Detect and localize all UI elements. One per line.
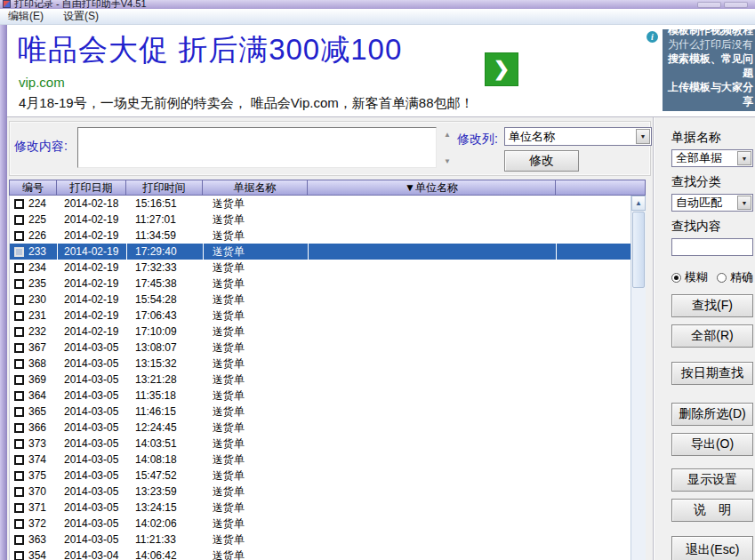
sidebar-button-exit[interactable]: 退出(Esc) [671,536,753,560]
row-checkbox[interactable] [14,295,24,305]
ad-go-button[interactable]: ❯ [485,52,518,86]
table-row[interactable]: 3662014-03-0512:24:45送货单 [10,420,631,436]
row-checkbox[interactable] [14,471,24,481]
spinner-up-icon[interactable]: ▲ [442,131,453,139]
sidebar-button-export[interactable]: 导出(O) [671,433,753,456]
table-cell [309,548,557,560]
menu-item[interactable]: 编辑(E) [8,9,44,24]
modify-content-label: 修改内容: [14,139,68,155]
search-content-label: 查找内容 [671,219,755,235]
table-row[interactable]: 3652014-03-0511:46:15送货单 [10,404,631,420]
row-checkbox[interactable] [14,279,24,289]
table-cell [557,516,631,532]
table-row[interactable]: 2332014-02-1917:29:40送货单 [10,244,631,260]
ad-domain-link[interactable]: vip.com [19,75,65,90]
sidebar-button-find[interactable]: 查找(F) [671,294,753,317]
column-header[interactable]: 单据名称 [203,180,308,196]
help-link[interactable]: 搜索模板、常见问题 [666,52,753,80]
row-checkbox[interactable] [14,439,24,449]
modify-content-input[interactable] [77,127,437,168]
row-checkbox[interactable] [14,247,24,257]
search-category-select[interactable]: 自动匹配 ▼ [671,194,753,212]
sidebar-button-all[interactable]: 全部(R) [671,324,753,348]
help-link[interactable]: 上传模板与大家分享 [666,80,753,108]
table-row[interactable]: 2342014-02-1917:32:33送货单 [10,260,631,276]
row-checkbox[interactable] [14,231,24,241]
row-checkbox[interactable] [14,551,24,560]
table-row[interactable]: 2312014-02-1917:06:43送货单 [10,308,631,324]
table-row[interactable]: 3682014-03-0513:15:32送货单 [10,356,631,372]
sidebar-button-find-by-date[interactable]: 按日期查找 [671,362,753,385]
row-checkbox[interactable] [14,375,24,385]
row-checkbox[interactable] [14,215,24,225]
dropdown-arrow-icon[interactable]: ▼ [737,151,751,165]
vertical-scrollbar[interactable]: ▲ [631,196,646,560]
table-cell [557,340,631,356]
table-cell: 363 [10,532,58,548]
spinner-down-icon[interactable]: ▼ [442,157,453,165]
row-checkbox[interactable] [14,327,24,337]
column-header[interactable]: ▼单位名称 [308,180,556,196]
table-cell: 13:21:28 [127,372,204,388]
scroll-up-icon[interactable]: ▲ [631,196,646,211]
row-checkbox[interactable] [14,455,24,465]
table-row[interactable]: 3542014-03-0414:06:42送货单 [10,548,631,560]
modify-button[interactable]: 修改 [504,150,579,172]
row-checkbox[interactable] [14,199,24,209]
search-content-input[interactable] [671,238,753,256]
sidebar-button-help[interactable]: 说 明 [671,499,753,522]
table-row[interactable]: 3722014-03-0514:02:06送货单 [10,516,631,532]
table-row[interactable]: 3632014-03-0511:21:33送货单 [10,532,631,548]
fuzzy-radio[interactable] [671,273,681,283]
dropdown-arrow-icon[interactable]: ▼ [636,129,650,144]
sidebar-button-delete-selected[interactable]: 删除所选(D) [671,403,753,426]
scrollbar-thumb[interactable] [632,212,645,288]
minimize-button[interactable] [697,2,721,8]
help-link[interactable]: 为什么打印后没有 [666,37,753,52]
row-checkbox[interactable] [14,343,24,353]
table-row[interactable]: 3712014-03-0513:24:15送货单 [10,500,631,516]
row-checkbox[interactable] [14,407,24,417]
table-row[interactable]: 2242014-02-1815:16:51送货单 [10,196,631,212]
column-header[interactable] [556,180,646,196]
menu-item[interactable]: 设置(S) [63,9,99,24]
table-row[interactable]: 3742014-03-0514:08:18送货单 [10,452,631,468]
row-checkbox[interactable] [14,487,24,497]
row-checkbox[interactable] [14,535,24,545]
column-header[interactable]: 打印日期 [57,180,126,196]
table-row[interactable]: 3752014-03-0515:47:52送货单 [10,468,631,484]
table-row[interactable]: 2352014-02-1917:45:38送货单 [10,276,631,292]
row-checkbox[interactable] [14,263,24,273]
close-button[interactable] [724,2,748,8]
column-header[interactable]: 编号 [9,180,57,196]
table-cell: 送货单 [204,468,309,484]
table-row[interactable]: 3672014-03-0513:08:07送货单 [10,340,631,356]
table-cell [309,532,557,548]
table-row[interactable]: 2262014-02-1911:34:59送货单 [10,228,631,244]
sidebar-button-display-settings[interactable]: 显示设置 [671,468,753,492]
dropdown-arrow-icon[interactable]: ▼ [737,196,751,210]
info-icon[interactable]: i [647,31,658,43]
ad-headline[interactable]: 唯品会大促 折后满300减100 [18,30,402,70]
help-link[interactable]: 模板制作视频教程 [666,29,753,37]
table-row[interactable]: 3642014-03-0511:35:18送货单 [10,388,631,404]
table-row[interactable]: 2252014-02-1911:27:01送货单 [10,212,631,228]
row-checkbox[interactable] [14,519,24,529]
exact-radio[interactable] [717,273,727,283]
row-checkbox[interactable] [14,391,24,401]
row-checkbox[interactable] [14,503,24,513]
table-cell: 367 [10,340,58,356]
modify-column-select[interactable]: 单位名称 ▼ [504,127,652,146]
row-checkbox[interactable] [14,311,24,321]
table-row[interactable]: 3732014-03-0514:03:51送货单 [10,436,631,452]
table-row[interactable]: 2302014-02-1915:54:28送货单 [10,292,631,308]
table-row[interactable]: 3702014-03-0513:23:59送货单 [10,484,631,500]
table-cell: 送货单 [204,388,309,404]
row-checkbox[interactable] [14,359,24,369]
row-checkbox[interactable] [14,423,24,433]
doc-name-select[interactable]: 全部单据 ▼ [671,149,753,167]
table-cell: 送货单 [204,356,309,372]
table-row[interactable]: 3692014-03-0513:21:28送货单 [10,372,631,388]
table-row[interactable]: 2322014-02-1917:10:09送货单 [10,324,631,340]
column-header[interactable]: 打印时间 [126,180,203,196]
